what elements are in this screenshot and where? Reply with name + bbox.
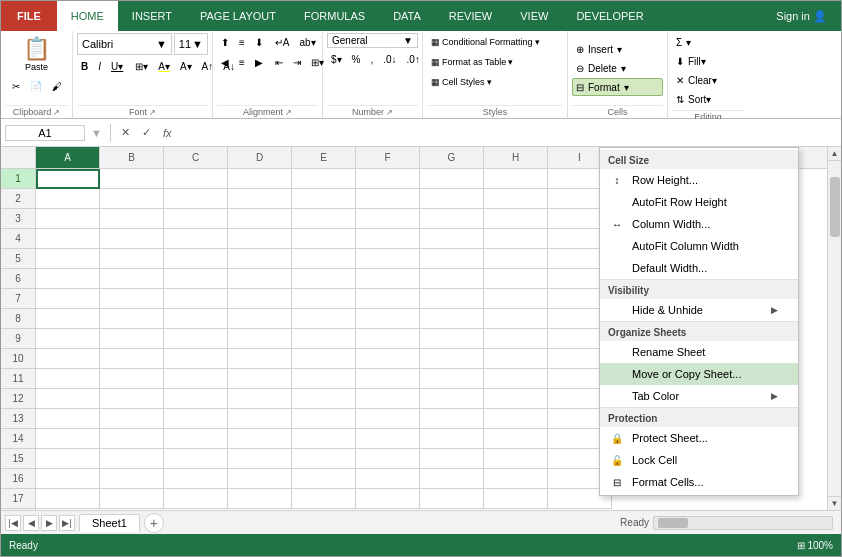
row-header-13[interactable]: 13 [1,409,35,429]
cell-C11[interactable] [164,369,228,389]
cell-E9[interactable] [292,329,356,349]
cell-E5[interactable] [292,249,356,269]
cell-G9[interactable] [420,329,484,349]
clear-button[interactable]: ✕ Clear▾ [672,71,744,89]
tab-color-menuitem[interactable]: Tab Color ▶ [600,385,798,407]
increase-decimal-button[interactable]: .0↑ [403,50,424,68]
cell-C3[interactable] [164,209,228,229]
scroll-thumb[interactable] [830,177,840,237]
cell-D6[interactable] [228,269,292,289]
align-bottom-button[interactable]: ⬇ [251,33,267,51]
align-center-button[interactable]: ≡ [235,53,249,71]
cell-E13[interactable] [292,409,356,429]
format-cells-menuitem[interactable]: ⊟ Format Cells... [600,471,798,493]
col-header-C[interactable]: C [164,147,228,168]
cell-C10[interactable] [164,349,228,369]
font-expand-icon[interactable]: ↗ [149,108,156,117]
scroll-up-button[interactable]: ▲ [828,147,842,161]
clipboard-expand-icon[interactable]: ↗ [53,108,60,117]
cell-G8[interactable] [420,309,484,329]
cell-F3[interactable] [356,209,420,229]
cell-A16[interactable] [36,469,100,489]
cell-E17[interactable] [292,489,356,509]
bold-button[interactable]: B [77,57,92,75]
move-copy-menuitem[interactable]: Move or Copy Sheet... [600,363,798,385]
cell-D4[interactable] [228,229,292,249]
cell-B17[interactable] [100,489,164,509]
cell-D13[interactable] [228,409,292,429]
cell-G6[interactable] [420,269,484,289]
col-header-H[interactable]: H [484,147,548,168]
page-layout-tab[interactable]: PAGE LAYOUT [186,1,290,31]
cell-D3[interactable] [228,209,292,229]
cell-H7[interactable] [484,289,548,309]
wrap-text-button[interactable]: ↵A [271,33,294,51]
cell-F7[interactable] [356,289,420,309]
cell-H12[interactable] [484,389,548,409]
cell-E15[interactable] [292,449,356,469]
file-tab[interactable]: FILE [1,1,57,31]
cell-A15[interactable] [36,449,100,469]
format-button[interactable]: ⊟ Format▾ [572,78,663,96]
cell-E16[interactable] [292,469,356,489]
cell-G17[interactable] [420,489,484,509]
protect-sheet-menuitem[interactable]: 🔒 Protect Sheet... [600,427,798,449]
cell-A5[interactable] [36,249,100,269]
col-header-E[interactable]: E [292,147,356,168]
cell-G2[interactable] [420,189,484,209]
align-right-button[interactable]: ▶ [251,53,267,71]
cell-F16[interactable] [356,469,420,489]
cell-D1[interactable] [228,169,292,189]
next-sheet-button[interactable]: ▶ [41,515,57,531]
cell-F9[interactable] [356,329,420,349]
cell-B16[interactable] [100,469,164,489]
row-header-8[interactable]: 8 [1,309,35,329]
cell-B12[interactable] [100,389,164,409]
cell-B11[interactable] [100,369,164,389]
format-as-table-button[interactable]: ▦ Format as Table▾ [427,53,517,71]
row-header-4[interactable]: 4 [1,229,35,249]
cell-E1[interactable] [292,169,356,189]
align-top-button[interactable]: ⬆ [217,33,233,51]
sheet1-tab[interactable]: Sheet1 [79,514,140,532]
cell-E4[interactable] [292,229,356,249]
cell-E12[interactable] [292,389,356,409]
row-header-14[interactable]: 14 [1,429,35,449]
cell-F14[interactable] [356,429,420,449]
cell-B3[interactable] [100,209,164,229]
cell-B1[interactable] [100,169,164,189]
cell-C7[interactable] [164,289,228,309]
number-format-dropdown[interactable]: General▼ [327,33,418,48]
row-header-11[interactable]: 11 [1,369,35,389]
row-header-17[interactable]: 17 [1,489,35,509]
number-expand-icon[interactable]: ↗ [386,108,393,117]
select-all-corner[interactable] [1,147,35,169]
col-header-A[interactable]: A [36,147,100,168]
cell-H10[interactable] [484,349,548,369]
cell-styles-button[interactable]: ▦ Cell Styles▾ [427,73,496,91]
cell-G13[interactable] [420,409,484,429]
cell-H8[interactable] [484,309,548,329]
cell-D17[interactable] [228,489,292,509]
formula-input[interactable] [179,127,837,139]
cell-B5[interactable] [100,249,164,269]
cell-A4[interactable] [36,229,100,249]
row-header-1[interactable]: 1 [1,169,35,189]
cell-H11[interactable] [484,369,548,389]
row-header-15[interactable]: 15 [1,449,35,469]
add-sheet-button[interactable]: + [144,513,164,533]
name-box[interactable] [5,125,85,141]
cell-H1[interactable] [484,169,548,189]
cell-B10[interactable] [100,349,164,369]
increase-indent-button[interactable]: ⇥ [289,53,305,71]
fill-color-button[interactable]: A▾ [154,57,174,75]
row-header-7[interactable]: 7 [1,289,35,309]
cell-E3[interactable] [292,209,356,229]
col-header-G[interactable]: G [420,147,484,168]
cell-D10[interactable] [228,349,292,369]
cell-G4[interactable] [420,229,484,249]
cell-H16[interactable] [484,469,548,489]
cell-G3[interactable] [420,209,484,229]
cell-E2[interactable] [292,189,356,209]
font-name-dropdown[interactable]: Calibri ▼ [77,33,172,55]
